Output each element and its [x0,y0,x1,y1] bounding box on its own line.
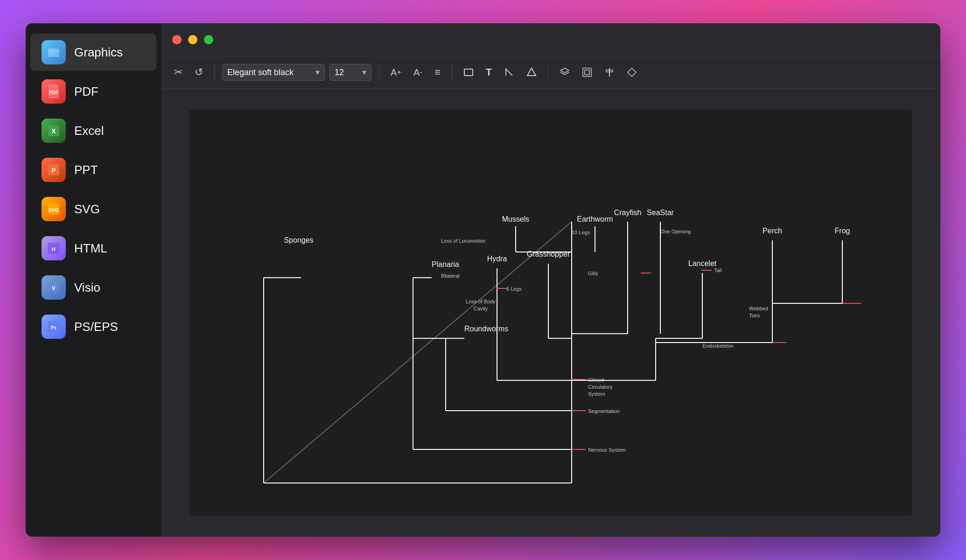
svg-text:H: H [52,246,56,252]
app-container: Graphics PDF PDF X Excel [26,23,940,537]
svg-text:PDF: PDF [49,90,58,95]
align-objects-button[interactable] [601,63,618,81]
phylogenetic-tree-svg: Sponges Nervous System Segmentation [189,110,912,516]
sidebar-item-pdf[interactable]: PDF PDF [30,73,156,110]
toolbar: ✂ ↺ Elegant soft black ▾ 12 ▾ A+ A- ≡ T [161,56,940,89]
sidebar-label-pdf: PDF [74,84,98,99]
sidebar-label-excel: Excel [74,124,104,138]
minimize-button[interactable] [188,35,197,44]
toolbar-divider-3 [452,64,452,81]
sidebar-item-html[interactable]: H HTML [30,230,156,267]
increase-font-button[interactable]: A+ [387,63,405,82]
angle-tool[interactable] [500,63,518,81]
svg-text:Webbed: Webbed [749,306,768,311]
close-button[interactable] [172,35,182,44]
svg-text:Lancelet: Lancelet [688,259,717,267]
svg-rect-21 [585,70,589,75]
undo-button[interactable]: ↺ [191,63,207,81]
svg-text:System: System [588,391,605,397]
sidebar: Graphics PDF PDF X Excel [26,23,161,537]
svg-marker-19 [560,68,569,73]
ppt-icon: P [42,158,66,182]
sidebar-item-pseps[interactable]: Ps PS/EPS [30,308,156,345]
toolbar-divider-1 [214,64,215,81]
svg-text:Toes: Toes [749,313,760,318]
svg-text:Loss of Body: Loss of Body [466,299,496,304]
sidebar-label-graphics: Graphics [74,45,123,60]
sidebar-item-graphics[interactable]: Graphics [30,34,156,71]
sidebar-label-pseps: PS/EPS [74,320,118,334]
svg-text:Circulatory: Circulatory [588,384,613,390]
svg-text:Hydra: Hydra [487,255,507,263]
layers-button[interactable] [556,63,574,81]
cut-button[interactable]: ✂ [170,63,186,81]
visio-icon: V [42,275,66,300]
frame-button[interactable] [578,63,596,81]
svg-text:SeaStar: SeaStar [647,209,674,217]
font-dropdown-icon: ▾ [315,67,320,77]
svg-point-1 [50,50,53,53]
excel-icon: X [42,119,66,143]
svg-text:Segmentation: Segmentation [588,408,620,414]
graphics-icon [42,40,66,64]
svg-rect-20 [583,68,591,77]
svg-marker-24 [628,68,636,77]
toolbar-divider-4 [548,64,548,81]
svg-text:Cavity: Cavity [474,306,488,311]
svg-text:Endoskeleton: Endoskeleton [702,343,734,349]
svg-text:Nervous System: Nervous System [588,447,626,453]
align-button[interactable]: ≡ [431,63,444,82]
svg-marker-18 [527,68,536,76]
html-icon: H [42,236,66,260]
sidebar-item-visio[interactable]: V Visio [30,269,156,306]
svg-text:Frog: Frog [835,227,850,235]
svg-text:Loss of Locomotion: Loss of Locomotion [441,238,485,244]
sidebar-item-svg[interactable]: SVG SVG [30,190,156,228]
svg-icon: SVG [42,197,66,221]
svg-text:6 Legs: 6 Legs [506,286,522,292]
svg-rect-17 [464,69,473,76]
diagram-canvas[interactable]: Sponges Nervous System Segmentation [189,110,912,516]
svg-text:Crayfish: Crayfish [614,209,642,217]
sidebar-label-html: HTML [74,241,107,256]
text-tool[interactable]: T [482,63,496,82]
sidebar-item-ppt[interactable]: P PPT [30,151,156,189]
svg-text:Roundworms: Roundworms [464,325,508,333]
sidebar-label-visio: Visio [74,280,100,295]
svg-text:SVG: SVG [48,207,59,213]
svg-text:Gills: Gills [588,271,598,276]
svg-text:One Opening: One Opening [660,229,691,234]
svg-text:Mussels: Mussels [502,215,530,223]
svg-text:Perch: Perch [763,227,782,235]
svg-text:X: X [51,127,56,135]
rectangle-tool[interactable] [460,63,477,81]
canvas-area: Sponges Nervous System Segmentation [161,89,940,537]
toolbar-divider-2 [379,64,379,81]
svg-text:Ps: Ps [51,325,57,330]
svg-text:Tail: Tail [714,267,722,273]
pseps-icon: Ps [42,315,66,339]
font-name: Elegant soft black [227,68,294,77]
font-size: 12 [335,68,344,77]
svg-line-94 [264,222,572,483]
font-selector[interactable]: Elegant soft black ▾ [222,64,325,81]
size-selector[interactable]: 12 ▾ [329,64,371,81]
maximize-button[interactable] [204,35,213,44]
svg-text:Bilateral: Bilateral [441,273,460,279]
main-area: ✂ ↺ Elegant soft black ▾ 12 ▾ A+ A- ≡ T [161,23,940,537]
svg-text:Earthworm: Earthworm [577,215,613,223]
sidebar-label-ppt: PPT [74,163,98,177]
svg-text:Planaria: Planaria [432,260,459,268]
title-bar [161,23,940,56]
svg-text:10 Legs: 10 Legs [572,230,590,235]
svg-text:P: P [51,167,56,174]
svg-text:Closed: Closed [588,377,604,383]
sidebar-label-svg: SVG [74,202,100,217]
svg-text:V: V [52,285,56,292]
polygon-tool[interactable] [523,63,540,81]
svg-text:Sponges: Sponges [284,236,313,244]
size-dropdown-icon: ▾ [362,67,366,77]
sidebar-item-excel[interactable]: X Excel [30,112,156,149]
distribute-button[interactable] [623,63,641,81]
decrease-font-button[interactable]: A- [410,63,426,82]
